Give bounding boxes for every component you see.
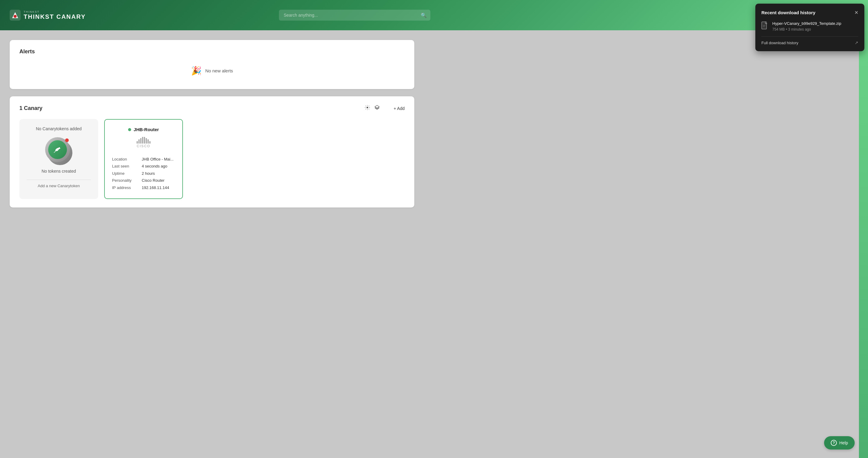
svg-point-2 (13, 15, 17, 18)
party-emoji-icon: 🎉 (191, 66, 202, 76)
device-card[interactable]: JHB-Router CISCO (104, 119, 183, 199)
canary-header: 1 Canary + Add (20, 105, 405, 112)
canary-section: 1 Canary + Add No Canarytokens added (10, 96, 414, 208)
cisco-bar-7 (148, 139, 149, 144)
no-alerts-text: No new alerts (205, 68, 233, 73)
device-header: JHB-Router (128, 127, 159, 132)
full-history-label: Full download history (762, 40, 798, 45)
canary-layers-btn[interactable] (374, 105, 380, 112)
canary-actions: + Add (365, 105, 405, 112)
detail-personality: Personality Cisco Router (112, 177, 175, 184)
help-button[interactable]: ? Help (824, 436, 855, 450)
cisco-bar-5 (144, 137, 145, 144)
help-icon: ? (831, 440, 837, 446)
logo-thinkst: THINKST (24, 10, 86, 13)
ip-label: IP address (112, 184, 139, 191)
no-alerts-area: 🎉 No new alerts (20, 61, 405, 81)
popup-title: Recent download history (762, 10, 815, 15)
cisco-text: CISCO (136, 144, 151, 148)
coin-front (45, 137, 70, 162)
download-info: Hyper-VCanary_b99e929_Template.zip 754 M… (772, 21, 858, 31)
download-filename: Hyper-VCanary_b99e929_Template.zip (772, 21, 858, 26)
coin-front-inner (48, 140, 67, 159)
canary-title: 1 Canary (20, 105, 42, 112)
token-empty-label: No tokens created (41, 169, 76, 174)
popup-header: Recent download history ✕ (762, 10, 858, 16)
uptime-value: 2 hours (142, 170, 155, 177)
canary-filter-btn[interactable] (384, 105, 390, 112)
download-meta: 754 MB • 3 minutes ago (772, 27, 858, 31)
detail-uptime: Uptime 2 hours (112, 170, 175, 177)
download-history-popup: Recent download history ✕ Hyper-VCanary_… (755, 4, 864, 51)
file-icon (762, 22, 768, 31)
token-card: No Canarytokens added (20, 119, 98, 199)
alerts-title: Alerts (20, 49, 405, 55)
full-history-link[interactable]: Full download history ↗ (762, 40, 858, 45)
cisco-bar-4 (142, 137, 143, 144)
download-item: Hyper-VCanary_b99e929_Template.zip 754 M… (762, 21, 858, 31)
cisco-logo: CISCO (136, 137, 151, 148)
last-seen-label: Last seen (112, 163, 139, 170)
cisco-bar-2 (138, 139, 140, 144)
search-bar[interactable]: 🔍 (279, 10, 430, 21)
green-edge-decoration (859, 0, 868, 458)
bird-icon (53, 145, 62, 154)
cisco-bar-8 (149, 141, 151, 144)
logo-area: THINKST THINKST CANARY (10, 10, 86, 21)
cisco-bar-1 (136, 141, 138, 144)
detail-ip: IP address 192.168.11.144 (112, 184, 175, 191)
main-content: Alerts 🎉 No new alerts 1 Canary + Add (0, 30, 424, 224)
svg-point-6 (59, 147, 60, 148)
external-link-icon: ↗ (855, 40, 858, 45)
status-online-dot (128, 128, 131, 131)
device-details: Location JHB Office - Mai... Last seen 4… (112, 156, 175, 191)
cisco-bars (136, 137, 151, 144)
svg-point-5 (367, 106, 368, 108)
alerts-section: Alerts 🎉 No new alerts (10, 40, 414, 89)
app-header: THINKST THINKST CANARY 🔍 (0, 0, 868, 30)
logo-icon (10, 10, 21, 21)
personality-value: Cisco Router (142, 177, 164, 184)
cisco-bar-6 (146, 138, 147, 144)
popup-close-btn[interactable]: ✕ (855, 10, 858, 16)
token-card-title: No Canarytokens added (36, 126, 82, 131)
search-icon: 🔍 (421, 12, 427, 18)
coin-illustration (45, 137, 72, 164)
canary-add-btn[interactable]: + Add (394, 106, 405, 111)
location-value: JHB Office - Mai... (142, 156, 174, 163)
file-size: 754 MB (772, 27, 785, 31)
detail-last-seen: Last seen 4 seconds ago (112, 163, 175, 170)
logo-text-block: THINKST THINKST CANARY (24, 10, 86, 20)
canary-settings-btn[interactable] (365, 105, 370, 112)
file-time: 3 minutes ago (788, 27, 811, 31)
add-canarytoken-link[interactable]: Add a new Canarytoken (27, 180, 91, 188)
last-seen-value: 4 seconds ago (142, 163, 167, 170)
canary-grid: No Canarytokens added (20, 119, 405, 199)
ip-value: 192.168.11.144 (142, 184, 169, 191)
device-name: JHB-Router (133, 127, 159, 132)
popup-divider (762, 36, 858, 37)
uptime-label: Uptime (112, 170, 139, 177)
search-input[interactable] (279, 10, 430, 21)
location-label: Location (112, 156, 139, 163)
detail-location: Location JHB Office - Mai... (112, 156, 175, 163)
cisco-bar-3 (140, 138, 142, 144)
logo-canary: THINKST CANARY (24, 13, 86, 20)
coin-red-marker (65, 139, 69, 142)
help-label: Help (839, 440, 848, 445)
personality-label: Personality (112, 177, 139, 184)
